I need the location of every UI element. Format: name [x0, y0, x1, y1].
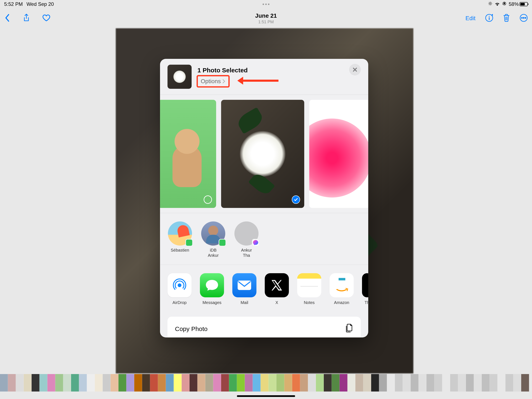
filmstrip-thumb[interactable]	[348, 374, 355, 392]
home-indicator[interactable]	[237, 395, 295, 397]
filmstrip-thumb[interactable]	[47, 374, 55, 392]
filmstrip-thumb[interactable]	[332, 374, 340, 392]
filmstrip-thumb[interactable]	[166, 374, 174, 392]
filmstrip-thumb[interactable]	[0, 374, 8, 392]
filmstrip-thumb[interactable]	[55, 374, 63, 392]
filmstrip-thumb[interactable]	[284, 374, 292, 392]
share-contacts-row: Sébastien iDB Ankur Ankur Tha	[160, 213, 368, 265]
contact-item[interactable]: iDB Ankur	[201, 221, 226, 258]
app-notes[interactable]: Notes	[297, 273, 321, 305]
filmstrip-thumb[interactable]	[371, 374, 379, 392]
close-button[interactable]	[349, 64, 361, 76]
filmstrip-thumb[interactable]	[324, 374, 332, 392]
filmstrip-thumb[interactable]	[403, 374, 411, 392]
selection-badge-checked[interactable]	[292, 195, 300, 204]
app-airdrop[interactable]: AirDrop	[167, 273, 192, 305]
filmstrip-thumb[interactable]	[387, 374, 395, 392]
filmstrip-thumb[interactable]	[490, 374, 498, 392]
filmstrip-thumb[interactable]	[8, 374, 16, 392]
options-button[interactable]: Options	[197, 76, 229, 87]
multitask-dots[interactable]	[263, 4, 270, 5]
filmstrip-thumb[interactable]	[292, 374, 300, 392]
filmstrip-thumb[interactable]	[221, 374, 229, 392]
filmstrip-thumb[interactable]	[458, 374, 466, 392]
filmstrip-thumb[interactable]	[434, 374, 442, 392]
filmstrip-thumb[interactable]	[134, 374, 142, 392]
filmstrip-thumb[interactable]	[174, 374, 182, 392]
filmstrip-thumb[interactable]	[363, 374, 371, 392]
filmstrip-thumb[interactable]	[237, 374, 245, 392]
filmstrip-thumb[interactable]	[308, 374, 316, 392]
more-button[interactable]	[519, 14, 528, 23]
filmstrip-thumb[interactable]	[205, 374, 213, 392]
filmstrip-thumb[interactable]	[150, 374, 158, 392]
filmstrip-thumb[interactable]	[253, 374, 261, 392]
filmstrip-thumb[interactable]	[418, 374, 426, 392]
filmstrip-thumb[interactable]	[300, 374, 308, 392]
contact-avatar	[234, 221, 259, 245]
filmstrip-thumb[interactable]	[482, 374, 490, 392]
filmstrip-thumb[interactable]	[95, 374, 103, 392]
filmstrip-thumb[interactable]	[24, 374, 32, 392]
filmstrip-thumb[interactable]	[197, 374, 205, 392]
filmstrip-thumb[interactable]	[513, 374, 521, 392]
filmstrip-thumb[interactable]	[340, 374, 348, 392]
filmstrip-thumb[interactable]	[316, 374, 324, 392]
filmstrip-thumb[interactable]	[126, 374, 134, 392]
filmstrip-thumb[interactable]	[71, 374, 79, 392]
filmstrip-thumb[interactable]	[39, 374, 47, 392]
filmstrip-thumb[interactable]	[379, 374, 387, 392]
info-button[interactable]	[485, 14, 493, 23]
filmstrip-thumb[interactable]	[355, 374, 363, 392]
selection-badge-empty[interactable]	[204, 195, 212, 204]
filmstrip-thumb[interactable]	[474, 374, 482, 392]
filmstrip-thumb[interactable]	[158, 374, 166, 392]
filmstrip-thumb[interactable]	[16, 374, 24, 392]
trash-button[interactable]	[503, 14, 510, 23]
share-apps-row[interactable]: AirDrop Messages Mail X Notes	[160, 265, 368, 312]
filmstrip-thumb[interactable]	[229, 374, 237, 392]
filmstrip-thumb[interactable]	[395, 374, 403, 392]
filmstrip-thumb[interactable]	[119, 374, 126, 392]
app-amazon[interactable]: Amazon	[329, 273, 354, 305]
filmstrip-thumb[interactable]	[466, 374, 474, 392]
photo-item[interactable]	[221, 100, 304, 208]
filmstrip-thumb[interactable]	[498, 374, 505, 392]
filmstrip-thumb[interactable]	[245, 374, 253, 392]
copy-photo-action[interactable]: Copy Photo	[167, 317, 361, 337]
photo-item[interactable]	[309, 100, 368, 208]
filmstrip-thumb[interactable]	[32, 374, 39, 392]
app-mail[interactable]: Mail	[232, 273, 256, 305]
favorite-button[interactable]	[42, 14, 50, 22]
photo-item[interactable]	[160, 100, 216, 208]
filmstrip-thumb[interactable]	[87, 374, 95, 392]
filmstrip-thumb[interactable]	[190, 374, 197, 392]
filmstrip-thumb[interactable]	[521, 374, 529, 392]
filmstrip-thumb[interactable]	[411, 374, 418, 392]
filmstrip-thumb[interactable]	[142, 374, 150, 392]
filmstrip-thumb[interactable]	[63, 374, 71, 392]
contact-item[interactable]: Sébastien	[167, 221, 192, 258]
filmstrip-thumb[interactable]	[442, 374, 450, 392]
photo-selection-strip[interactable]	[160, 95, 368, 213]
filmstrip-thumb[interactable]	[182, 374, 190, 392]
share-button[interactable]	[23, 13, 30, 23]
app-x[interactable]: X	[265, 273, 289, 305]
filmstrip-thumb[interactable]	[111, 374, 119, 392]
filmstrip-thumb[interactable]	[213, 374, 221, 392]
app-more[interactable]: Th	[362, 273, 368, 305]
edit-button[interactable]: Edit	[466, 15, 475, 22]
filmstrip-thumb[interactable]	[276, 374, 284, 392]
filmstrip-thumb[interactable]	[505, 374, 513, 392]
filmstrip-thumb[interactable]	[261, 374, 268, 392]
filmstrip-thumb[interactable]	[103, 374, 111, 392]
filmstrip-thumb[interactable]	[426, 374, 434, 392]
filmstrip-thumb[interactable]	[79, 374, 87, 392]
app-messages[interactable]: Messages	[200, 273, 224, 305]
back-button[interactable]	[4, 14, 10, 23]
contact-name: Ankur Tha	[241, 248, 252, 258]
filmstrip-thumb[interactable]	[450, 374, 458, 392]
filmstrip-thumb[interactable]	[268, 374, 276, 392]
contact-item[interactable]: Ankur Tha	[234, 221, 259, 258]
photo-filmstrip[interactable]	[0, 374, 532, 392]
